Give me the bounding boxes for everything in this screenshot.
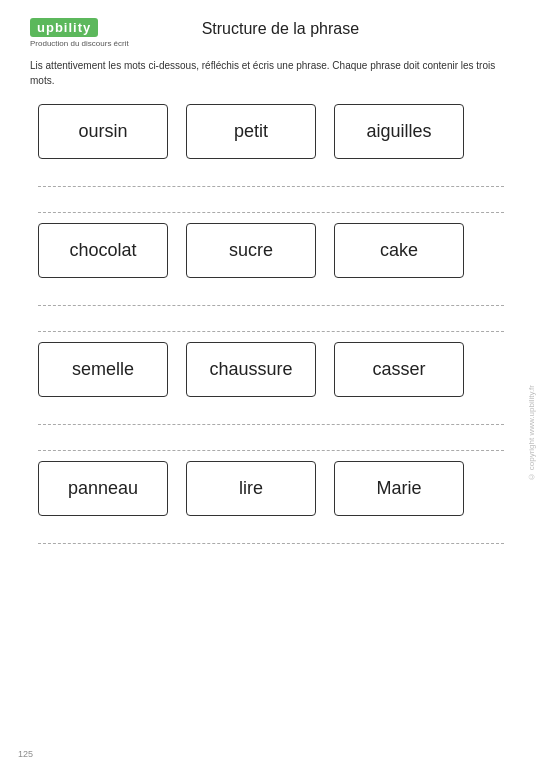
word-sucre: sucre	[229, 240, 273, 261]
logo-up: up	[37, 20, 55, 35]
word-box-sucre: sucre	[186, 223, 316, 278]
word-box-panneau: panneau	[38, 461, 168, 516]
word-oursin: oursin	[78, 121, 127, 142]
logo-bility: bility	[55, 20, 91, 35]
word-box-cake: cake	[334, 223, 464, 278]
write-lines-1	[30, 169, 512, 213]
write-line-4a	[38, 526, 504, 544]
word-boxes-1: oursin petit aiguilles	[38, 104, 512, 159]
write-lines-4	[30, 526, 512, 544]
word-group-4: panneau lire Marie	[30, 461, 512, 544]
write-line-1b	[38, 195, 504, 213]
word-casser: casser	[372, 359, 425, 380]
logo-container: upbility Production du discours écrit	[30, 18, 129, 48]
write-line-1a	[38, 169, 504, 187]
word-cake: cake	[380, 240, 418, 261]
write-lines-3	[30, 407, 512, 451]
write-line-3b	[38, 433, 504, 451]
write-lines-2	[30, 288, 512, 332]
instructions: Lis attentivement les mots ci-dessous, r…	[30, 58, 512, 88]
word-boxes-3: semelle chaussure casser	[38, 342, 512, 397]
word-box-semelle: semelle	[38, 342, 168, 397]
word-boxes-2: chocolat sucre cake	[38, 223, 512, 278]
write-line-2a	[38, 288, 504, 306]
word-box-aiguilles: aiguilles	[334, 104, 464, 159]
word-group-3: semelle chaussure casser	[30, 342, 512, 451]
write-line-2b	[38, 314, 504, 332]
logo-subtitle: Production du discours écrit	[30, 39, 129, 48]
word-box-oursin: oursin	[38, 104, 168, 159]
logo-badge: upbility	[30, 18, 98, 37]
word-box-petit: petit	[186, 104, 316, 159]
word-box-marie: Marie	[334, 461, 464, 516]
word-panneau: panneau	[68, 478, 138, 499]
word-chaussure: chaussure	[209, 359, 292, 380]
copyright: © copyright www.upbility.fr	[527, 385, 536, 481]
word-group-1: oursin petit aiguilles	[30, 104, 512, 213]
word-box-casser: casser	[334, 342, 464, 397]
header: upbility Production du discours écrit St…	[30, 18, 512, 48]
word-petit: petit	[234, 121, 268, 142]
page-number: 125	[18, 749, 33, 759]
word-group-2: chocolat sucre cake	[30, 223, 512, 332]
word-box-chocolat: chocolat	[38, 223, 168, 278]
word-lire: lire	[239, 478, 263, 499]
word-box-chaussure: chaussure	[186, 342, 316, 397]
word-box-lire: lire	[186, 461, 316, 516]
word-semelle: semelle	[72, 359, 134, 380]
word-boxes-4: panneau lire Marie	[38, 461, 512, 516]
page: upbility Production du discours écrit St…	[0, 0, 542, 769]
page-title: Structure de la phrase	[129, 20, 432, 38]
word-marie: Marie	[376, 478, 421, 499]
word-aiguilles: aiguilles	[366, 121, 431, 142]
write-line-3a	[38, 407, 504, 425]
word-chocolat: chocolat	[69, 240, 136, 261]
